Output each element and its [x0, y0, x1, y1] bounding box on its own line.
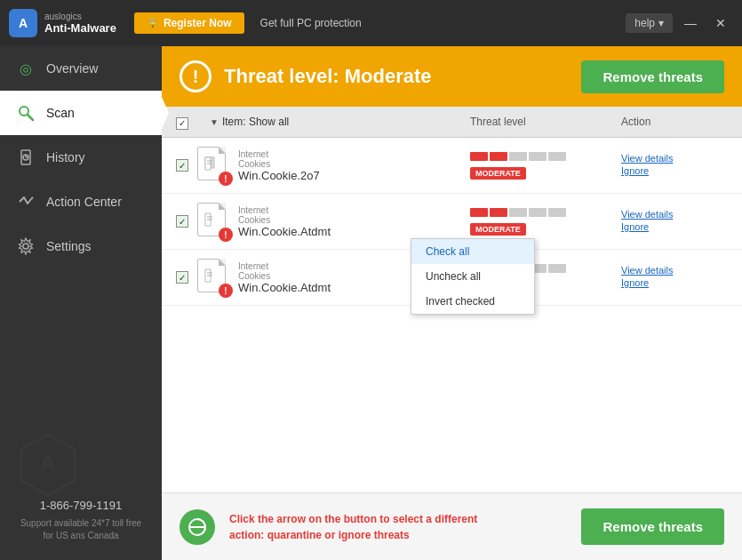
sidebar-item-settings[interactable]: Settings [0, 224, 162, 268]
context-menu: Check all Uncheck all Invert checked [411, 238, 535, 315]
ignore-link[interactable]: Ignore [621, 221, 728, 232]
brand-name: auslogics [44, 12, 116, 21]
context-menu-invert-checked[interactable]: Invert checked [411, 289, 534, 314]
main-layout: ◎ Overview Scan History [0, 46, 742, 560]
view-details-link[interactable]: View details [621, 153, 728, 164]
content-area: ! Threat level: Moderate Remove threats … [162, 46, 742, 560]
bar-1 [470, 208, 488, 217]
bar-5 [548, 152, 566, 161]
select-all-checkbox[interactable]: ✓ [176, 117, 188, 130]
row-checkbox[interactable]: ✓ [176, 159, 188, 172]
moderate-badge: MODERATE [470, 167, 526, 180]
view-details-link[interactable]: View details [621, 209, 728, 220]
bottom-info-text: Click the arrow on the button to select … [229, 511, 567, 543]
action-cell: View details Ignore [621, 265, 728, 290]
history-icon [16, 148, 36, 167]
action-cell: View details Ignore [621, 153, 728, 178]
action-center-icon [16, 192, 36, 212]
threat-info: Internet Cookies Win.Cookie.Atdmt [238, 205, 461, 238]
svg-line-6 [31, 197, 33, 199]
threat-severity-badge: ! [219, 228, 233, 242]
threat-severity-badge: ! [219, 172, 233, 186]
sidebar: ◎ Overview Scan History [0, 46, 162, 560]
filter-arrow-icon: ▼ [210, 117, 219, 127]
row-checkbox[interactable]: ✓ [176, 215, 188, 228]
threat-file-icon: ! [197, 203, 229, 240]
app-title-text: auslogics Anti-Malware [44, 12, 116, 35]
quarantine-icon [180, 509, 215, 545]
row-checkbox[interactable]: ✓ [176, 271, 188, 284]
bar-2 [490, 208, 507, 217]
close-button[interactable]: ✕ [708, 12, 733, 34]
remove-threats-button-top[interactable]: Remove threats [581, 60, 724, 93]
threat-level-cell: MODERATE [470, 208, 612, 236]
level-bars [470, 208, 612, 217]
bar-3 [509, 208, 527, 217]
bottom-bar: Click the arrow on the button to select … [162, 492, 742, 560]
sidebar-item-action-center[interactable]: Action Center [0, 180, 162, 224]
sidebar-item-overview[interactable]: ◎ Overview [0, 46, 162, 91]
ignore-link[interactable]: Ignore [621, 165, 728, 176]
sidebar-item-history[interactable]: History [0, 135, 162, 180]
context-menu-check-all[interactable]: Check all [411, 239, 534, 264]
threat-header: ! Threat level: Moderate Remove threats [162, 46, 742, 107]
bar-4 [529, 208, 547, 217]
app-name: Anti-Malware [44, 21, 116, 35]
threat-category: Internet [238, 149, 461, 159]
item-filter-dropdown[interactable]: ▼ Item: Show all [210, 116, 289, 128]
svg-line-1 [28, 115, 33, 120]
threat-title: Threat level: Moderate [224, 65, 569, 88]
help-button[interactable]: help ▾ [626, 13, 673, 33]
minimize-button[interactable]: — [677, 12, 704, 34]
svg-text:A: A [40, 450, 57, 476]
sidebar-item-label: Scan [46, 106, 75, 120]
sidebar-bottom: A 1-866-799-1191 Support available 24*7 … [0, 413, 162, 560]
table-row: ✓ ! Internet [162, 138, 742, 194]
level-bars [470, 152, 612, 161]
scan-icon [16, 103, 36, 123]
sidebar-item-label: History [46, 150, 85, 164]
filter-col: ▼ Item: Show all [210, 116, 461, 128]
window-controls: help ▾ — ✕ [626, 12, 733, 34]
threat-name: Win.Cookie.2o7 [238, 169, 461, 182]
chevron-down-icon: ▾ [658, 17, 664, 29]
filter-label: Item: Show all [222, 116, 289, 128]
svg-point-7 [23, 244, 28, 249]
bar-4 [529, 152, 547, 161]
overview-icon: ◎ [16, 59, 36, 78]
bar-5 [548, 208, 566, 217]
action-col-header: Action [621, 116, 728, 128]
bar-1 [470, 152, 488, 161]
logo-icon: A [9, 9, 37, 37]
threat-warning-icon: ! [180, 60, 211, 92]
ignore-link[interactable]: Ignore [621, 277, 728, 288]
view-details-link[interactable]: View details [621, 265, 728, 276]
table-header: ✓ ▼ Item: Show all Threat level Action [162, 107, 742, 138]
threat-category: Internet [238, 205, 461, 215]
threat-severity-badge: ! [219, 284, 233, 298]
register-tagline: Get full PC protection [260, 17, 362, 29]
moderate-badge: MODERATE [470, 223, 526, 236]
threat-subcategory: Cookies [238, 215, 461, 225]
title-bar: A auslogics Anti-Malware 🔒 Register Now … [0, 0, 742, 46]
threat-table: ✓ ▼ Item: Show all Threat level Action ✓ [162, 107, 742, 492]
lock-icon: 🔒 [147, 18, 159, 29]
remove-threats-button-bottom[interactable]: Remove threats [581, 508, 724, 545]
settings-icon [16, 236, 36, 256]
bar-5 [548, 264, 566, 273]
context-menu-uncheck-all[interactable]: Uncheck all [411, 264, 534, 289]
threat-subcategory: Cookies [238, 159, 461, 169]
support-text: Support available 24*7 toll free for US … [14, 517, 148, 542]
register-button[interactable]: 🔒 Register Now [134, 12, 244, 34]
sidebar-item-label: Overview [46, 61, 98, 76]
bar-3 [509, 152, 527, 161]
threat-file-icon: ! [197, 259, 229, 296]
threat-name: Win.Cookie.Atdmt [238, 225, 461, 238]
threat-info: Internet Cookies Win.Cookie.2o7 [238, 149, 461, 182]
threat-level-cell: MODERATE [470, 152, 612, 180]
bar-2 [490, 152, 507, 161]
threat-file-icon: ! [197, 147, 229, 184]
sidebar-item-label: Settings [46, 239, 92, 253]
sidebar-item-label: Action Center [46, 195, 122, 209]
sidebar-item-scan[interactable]: Scan [0, 91, 162, 135]
